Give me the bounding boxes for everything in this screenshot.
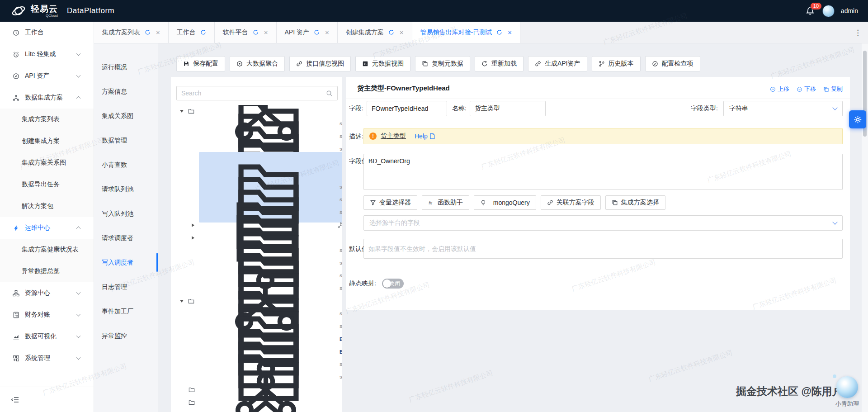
description-text[interactable]: 货主类型 [381, 132, 406, 140]
caret-down-icon[interactable] [180, 110, 184, 113]
tab[interactable]: 工作台 × [169, 22, 215, 43]
assistant-avatar[interactable] [836, 376, 858, 398]
toolbar-button[interactable]: 配置检查项 [645, 56, 700, 71]
toolbar-button[interactable]: 复制元数据 [415, 56, 470, 71]
tab[interactable]: 软件平台 × [215, 22, 277, 43]
sidebar-item[interactable]: 异常数据总览 [0, 260, 94, 282]
sidebar-item[interactable]: 解决方案包 [0, 195, 94, 217]
sidebar-item[interactable]: 资源中心 [0, 282, 94, 304]
search-icon[interactable] [326, 90, 333, 97]
scheme-nav-item[interactable]: 数据管理 [94, 128, 158, 152]
scheme-nav-item[interactable]: 事件加工厂 [94, 299, 158, 323]
tab-refresh-icon[interactable] [388, 29, 394, 35]
tab[interactable]: 创建集成方案 × [338, 22, 412, 43]
value-tool-button[interactable]: 函数助手 [422, 195, 469, 210]
sidebar-item[interactable]: 工作台 [0, 22, 94, 43]
scheme-nav-item[interactable]: 写入调度者 [94, 250, 158, 275]
sidebar-item[interactable]: 运维中心 [0, 217, 94, 239]
source-field-select[interactable]: 选择源平台的字段 [363, 215, 843, 231]
copy-button[interactable]: 复制 [823, 85, 843, 93]
chevron-up-icon [76, 226, 81, 231]
settings-fab[interactable] [849, 110, 866, 128]
sidebar-item[interactable]: Lite 轻集成 [0, 43, 94, 65]
sidebar-item[interactable]: 集成方案列表 [0, 109, 94, 130]
default-value-input[interactable] [363, 239, 843, 259]
tab-close-icon[interactable]: × [400, 29, 404, 36]
scheme-nav-item[interactable]: 写入队列池 [94, 201, 158, 226]
sidebar-item[interactable]: 数据导出任务 [0, 174, 94, 195]
sidebar-item[interactable]: 财务对账 [0, 304, 94, 326]
tab-close-icon[interactable]: × [264, 29, 268, 36]
logo[interactable]: 轻易云 QCloud DataPlatform [0, 3, 114, 19]
tab-refresh-icon[interactable] [253, 29, 259, 35]
toolbar-button[interactable]: 大数据聚合 [230, 56, 285, 71]
tab-refresh-icon[interactable] [200, 29, 206, 35]
scheme-nav-item[interactable]: 集成关系图 [94, 104, 158, 128]
user-avatar[interactable] [822, 5, 835, 17]
toolbar-button[interactable]: 生成API资产 [528, 56, 587, 71]
tab-bar: 集成方案列表 × 工作台 × 软件平台 × API 资产 [94, 22, 868, 43]
name-input[interactable] [470, 101, 546, 116]
assistant-widget[interactable]: 小青助理 [835, 376, 859, 408]
sidebar-item[interactable]: 数据集成方案 [0, 87, 94, 109]
tab[interactable]: 管易销售出库对接-已测试 × [412, 22, 520, 43]
scheme-nav-item[interactable]: 异常监控 [94, 323, 158, 348]
caret-down-icon[interactable] [180, 300, 184, 303]
tree-item[interactable]: Str. B 其他响应参数-otherResponse [171, 396, 342, 409]
field-value-textarea[interactable]: BD_OwnerOrg [363, 154, 843, 190]
sidebar-item[interactable]: 数据可视化 [0, 326, 94, 347]
value-tool-button[interactable]: 关联方案字段 [541, 195, 601, 210]
move-down-button[interactable]: 下移 [797, 85, 816, 93]
value-tool-button[interactable]: 变量选择器 [363, 195, 417, 210]
scheme-nav-item[interactable]: 运行概况 [94, 55, 158, 79]
tab-close-icon[interactable]: × [508, 29, 512, 36]
tab-refresh-icon[interactable] [496, 29, 502, 35]
value-tool-button[interactable]: _mongoQuery [474, 195, 536, 210]
scheme-nav-item[interactable]: 请求队列池 [94, 177, 158, 201]
toolbar-button[interactable]: 元数据视图 [355, 56, 410, 71]
tab-refresh-icon[interactable] [145, 29, 151, 35]
tab-overflow-menu-icon[interactable]: ⋮ [854, 22, 862, 43]
value-tool-button[interactable]: 集成方案选择 [605, 195, 665, 210]
tab-close-icon[interactable]: × [156, 29, 160, 36]
tab-close-icon[interactable]: × [325, 29, 329, 36]
toolbar-button[interactable]: 重新加载 [475, 56, 524, 71]
caret-right-icon[interactable] [192, 236, 194, 240]
field-label: 字段: [349, 104, 363, 113]
watermark: 广东轻亿云软件科技有限公司 [408, 369, 494, 404]
field-input[interactable] [367, 101, 447, 116]
tab[interactable]: API 资产 × [277, 22, 338, 43]
sidebar-item[interactable]: 集成方案关系图 [0, 152, 94, 174]
notifications-button[interactable]: 10 [805, 5, 816, 16]
scheme-nav-item[interactable]: 方案信息 [94, 79, 158, 104]
tab-refresh-icon[interactable] [314, 29, 320, 35]
scheme-nav-item[interactable]: 请求调度者 [94, 226, 158, 250]
scheme-nav: 运行概况 方案信息 集成关系图 数据管理 小青查数 [94, 43, 158, 412]
sidebar-item[interactable]: 系统管理 [0, 347, 94, 369]
search-input[interactable] [177, 90, 326, 97]
scheme-nav-item[interactable]: 日志管理 [94, 275, 158, 299]
toolbar-button[interactable]: 保存配置 [176, 56, 225, 71]
sidebar-item-label: 资源中心 [25, 289, 50, 297]
sidebar-item-label: 集成方案关系图 [22, 159, 66, 167]
sidebar-item[interactable]: 集成方案健康状况表 [0, 239, 94, 260]
sidebar-item[interactable]: API 资产 [0, 65, 94, 87]
sidebar-item[interactable]: 创建集成方案 [0, 130, 94, 152]
toggle-off-label: 关闭 [389, 280, 400, 288]
username[interactable]: admin [841, 7, 858, 14]
tab[interactable]: 集成方案列表 × [94, 22, 169, 43]
move-up-button[interactable]: 上移 [770, 85, 789, 93]
caret-right-icon[interactable] [192, 223, 194, 227]
sidebar-item-label: 数据集成方案 [25, 94, 63, 102]
field-type-select[interactable]: 字符串 [723, 101, 843, 116]
help-link[interactable]: Help [415, 133, 435, 140]
sidebar-collapse-button[interactable] [0, 387, 94, 412]
toolbar-button[interactable]: 历史版本 [592, 56, 641, 71]
folder-icon [188, 298, 194, 304]
toolbar-button[interactable]: 接口信息视图 [289, 56, 351, 71]
static-map-toggle[interactable]: 关闭 [382, 279, 404, 289]
scheme-nav-item[interactable]: 小青查数 [94, 152, 158, 177]
sidebar-item-label: 集成方案健康状况表 [22, 246, 79, 254]
scrollbar-track[interactable] [862, 43, 868, 412]
select-caret-icon [832, 105, 837, 110]
